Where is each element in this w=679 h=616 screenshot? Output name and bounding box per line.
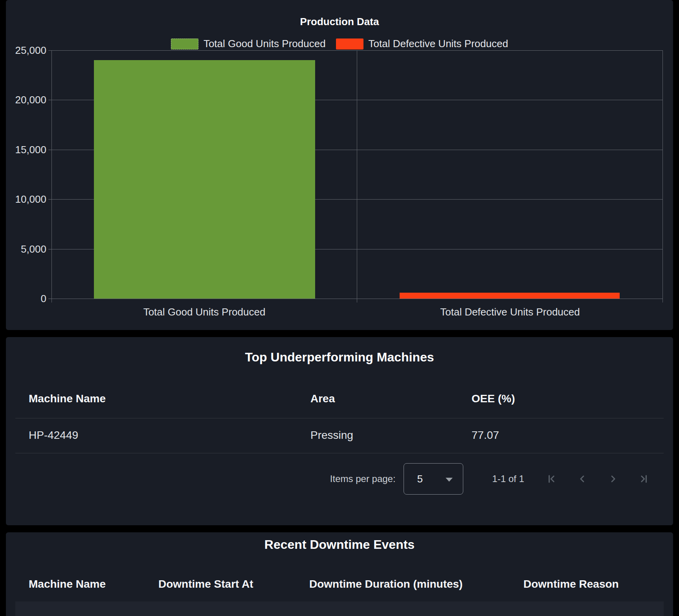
last-page-button[interactable]: [638, 473, 649, 484]
column-header-downtime-start: Downtime Start At: [158, 578, 309, 590]
bar-defective-units[interactable]: [400, 293, 620, 299]
cell-oee: 77.07: [472, 429, 657, 442]
previous-page-button[interactable]: [577, 473, 588, 484]
chevron-left-icon: [577, 473, 588, 484]
first-page-button[interactable]: [546, 473, 557, 484]
gridline: [48, 299, 663, 299]
chevron-right-icon: [607, 473, 618, 484]
table-row: [15, 601, 664, 616]
page-size-select[interactable]: 5: [404, 463, 463, 495]
first-page-icon: [546, 473, 557, 484]
column-header-area: Area: [310, 392, 472, 405]
divider: [15, 418, 664, 418]
column-header-downtime-duration: Downtime Duration (minutes): [309, 578, 523, 590]
paginator: Items per page: 5 1-1 of 1: [330, 463, 649, 495]
items-per-page-label: Items per page:: [330, 473, 396, 484]
y-tick: 25,000: [15, 44, 46, 57]
legend-item-defective-units[interactable]: Total Defective Units Produced: [336, 38, 508, 50]
column-header-machine-name: Machine Name: [29, 392, 310, 405]
paginator-range-label: 1-1 of 1: [492, 473, 524, 484]
y-axis-line: [51, 50, 52, 302]
bar-good-units[interactable]: [94, 60, 315, 299]
divider: [15, 453, 664, 453]
cell-area: Pressing: [310, 429, 472, 442]
next-page-button[interactable]: [607, 473, 618, 484]
chart-plot-area: [51, 50, 663, 299]
legend-label: Total Good Units Produced: [204, 38, 326, 50]
column-header-machine-name: Machine Name: [29, 578, 158, 590]
y-tick: 0: [41, 293, 46, 305]
chevron-down-icon: [446, 478, 453, 482]
machines-table-header-row: Machine Name Area OEE (%): [29, 391, 657, 407]
legend-item-good-units[interactable]: Total Good Units Produced: [171, 38, 326, 50]
legend-swatch-defective: [336, 38, 363, 50]
y-tick: 10,000: [15, 193, 46, 205]
gridline: [662, 50, 663, 302]
table-row: HP-42449 Pressing 77.07: [29, 427, 657, 443]
gridline: [357, 50, 357, 302]
chart-legend: Total Good Units Produced Total Defectiv…: [6, 38, 673, 50]
y-tick: 5,000: [21, 243, 46, 255]
production-chart-card: Production Data Total Good Units Produce…: [6, 0, 673, 330]
downtime-card-title: Recent Downtime Events: [6, 537, 673, 552]
page-size-value: 5: [417, 473, 423, 485]
underperforming-machines-card: Top Underperforming Machines Machine Nam…: [6, 337, 673, 525]
legend-swatch-good: [171, 38, 198, 50]
chart-title: Production Data: [6, 16, 673, 28]
y-tick: 20,000: [15, 94, 46, 106]
y-tick: 15,000: [15, 143, 46, 156]
last-page-icon: [638, 473, 649, 484]
y-axis-tick-labels: 25,000 20,000 15,000 10,000 5,000 0: [6, 50, 46, 299]
downtime-events-card: Recent Downtime Events Machine Name Down…: [6, 532, 673, 616]
x-axis-labels: Total Good Units Produced Total Defectiv…: [51, 306, 663, 318]
downtime-table-header-row: Machine Name Downtime Start At Downtime …: [29, 576, 657, 592]
x-label-good-units: Total Good Units Produced: [51, 306, 357, 318]
legend-label: Total Defective Units Produced: [369, 38, 508, 50]
x-label-defective-units: Total Defective Units Produced: [357, 306, 663, 318]
dashboard: Production Data Total Good Units Produce…: [0, 0, 679, 616]
gridline: [48, 50, 663, 51]
machines-card-title: Top Underperforming Machines: [6, 350, 673, 365]
column-header-downtime-reason: Downtime Reason: [523, 578, 657, 590]
cell-machine-name: HP-42449: [29, 429, 310, 442]
column-header-oee: OEE (%): [472, 392, 657, 405]
